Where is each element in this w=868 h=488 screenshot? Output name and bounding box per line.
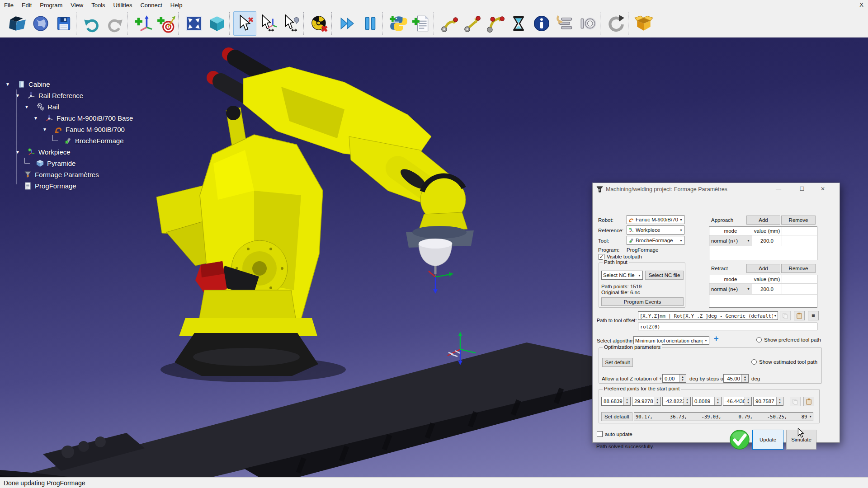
- add-reference-frame-button[interactable]: [131, 11, 154, 36]
- spinner-arrows-icon[interactable]: ▲▼: [741, 375, 748, 382]
- retract-mode-dropdown[interactable]: normal (n+)▼: [709, 284, 752, 295]
- update-button[interactable]: Update: [752, 430, 783, 450]
- retract-remove-button[interactable]: Remove: [781, 264, 816, 273]
- program-events-button[interactable]: Program Events: [601, 297, 684, 306]
- rotation-spinner[interactable]: 0.00 ▲▼: [662, 374, 686, 383]
- open-library-button[interactable]: [29, 11, 52, 36]
- window-close-button[interactable]: X: [859, 1, 863, 8]
- offset-menu-button[interactable]: ≡: [808, 311, 819, 320]
- offset-value-input[interactable]: rotZ(0): [638, 323, 817, 330]
- select-cursor-button[interactable]: [233, 11, 256, 36]
- dialog-title-bar[interactable]: Machining/welding project: Formage Param…: [593, 183, 840, 196]
- tree-item-rail-reference[interactable]: ▼ Rail Reference: [0, 90, 133, 101]
- open-file-button[interactable]: [6, 11, 29, 36]
- offset-copy-button[interactable]: [780, 311, 791, 320]
- approach-mode-dropdown[interactable]: normal (n+)▼: [709, 235, 752, 246]
- run-program-loop-button[interactable]: [604, 11, 627, 36]
- show-message-instruction-button[interactable]: [530, 11, 553, 36]
- menu-view[interactable]: View: [66, 0, 87, 10]
- menu-help[interactable]: Help: [166, 0, 187, 10]
- spinner-arrows-icon[interactable]: ▲▼: [714, 397, 721, 405]
- show-estimated-radio[interactable]: Show estimated tool path: [751, 359, 817, 365]
- spinner-arrows-icon[interactable]: ▲▼: [684, 397, 690, 405]
- menu-tools[interactable]: Tools: [87, 0, 109, 10]
- tool-dropdown[interactable]: BrocheFormage▼: [627, 236, 684, 245]
- retract-table[interactable]: mode value (mm) normal (n+)▼ 200.0: [709, 275, 817, 308]
- move-joint-instruction-button[interactable]: [438, 11, 461, 36]
- add-python-program-button[interactable]: [387, 11, 410, 36]
- save-button[interactable]: [52, 11, 75, 36]
- current-joints-dropdown[interactable]: 90.17, 36.73, -39.03, 0.79, -50.25, 89▼: [634, 412, 813, 421]
- check-collisions-button[interactable]: [307, 11, 330, 36]
- joints-copy-button[interactable]: [790, 397, 801, 406]
- menu-file[interactable]: File: [0, 0, 18, 10]
- algorithm-dropdown[interactable]: Minimum tool orientation change▼: [633, 336, 709, 345]
- expand-arrow-icon[interactable]: ▼: [42, 127, 54, 132]
- dialog-close-button[interactable]: ✕: [816, 183, 830, 195]
- spinner-arrows-icon[interactable]: ▲▼: [654, 397, 660, 405]
- menu-program[interactable]: Program: [36, 0, 66, 10]
- add-program-button[interactable]: [410, 11, 433, 36]
- isometric-view-button[interactable]: [205, 11, 228, 36]
- menu-utilities[interactable]: Utilities: [109, 0, 137, 10]
- tree-item-fanuc-robot[interactable]: ▼ Fanuc M-900iB/700: [0, 124, 133, 135]
- expand-arrow-icon[interactable]: ▼: [24, 104, 36, 109]
- spinner-arrows-icon[interactable]: ▲▼: [745, 397, 751, 405]
- spinner-arrows-icon[interactable]: ▲▼: [679, 375, 686, 382]
- program-call-instruction-button[interactable]: [553, 11, 576, 36]
- move-circular-instruction-button[interactable]: [484, 11, 507, 36]
- undo-button[interactable]: [80, 11, 103, 36]
- dialog-maximize-button[interactable]: ☐: [795, 183, 809, 195]
- tree-item-brocheformage[interactable]: BrocheFormage: [0, 135, 133, 146]
- tree-item-workpiece[interactable]: ▼ Workpiece: [0, 146, 133, 158]
- move-linear-instruction-button[interactable]: [461, 11, 484, 36]
- joint-3-spinner[interactable]: -42.8222▲▼: [662, 397, 691, 406]
- joint-1-spinner[interactable]: 88.6839▲▼: [601, 397, 631, 406]
- steps-spinner[interactable]: 45.00 ▲▼: [723, 374, 749, 383]
- tree-item-progformage[interactable]: ProgFormage: [0, 180, 133, 192]
- move-tool-cursor-button[interactable]: [279, 11, 302, 36]
- joint-6-spinner[interactable]: 90.7587▲▼: [753, 397, 783, 406]
- spinner-arrows-icon[interactable]: ▲▼: [776, 397, 783, 405]
- dialog-minimize-button[interactable]: —: [772, 183, 785, 195]
- approach-table[interactable]: mode value (mm) normal (n+)▼ 200.0: [709, 226, 817, 260]
- expand-arrow-icon[interactable]: ▼: [33, 116, 45, 121]
- spinner-arrows-icon[interactable]: ▲▼: [623, 397, 630, 405]
- select-nc-file-button[interactable]: Select NC file: [645, 271, 684, 280]
- menu-edit[interactable]: Edit: [18, 0, 36, 10]
- add-target-button[interactable]: [154, 11, 177, 36]
- retract-value-cell[interactable]: 200.0: [752, 284, 782, 295]
- fast-simulation-button[interactable]: [335, 11, 359, 36]
- tree-item-pyramide[interactable]: Pyramide: [0, 158, 133, 169]
- tree-item-fanuc-base[interactable]: ▼ Fanuc M-900iB/700 Base: [0, 113, 133, 124]
- pause-simulation-button[interactable]: [359, 11, 382, 36]
- joint-2-spinner[interactable]: 29.9278▲▼: [632, 397, 661, 406]
- joint-5-spinner[interactable]: -46.4430▲▼: [723, 397, 752, 406]
- expand-arrow-icon[interactable]: ▼: [5, 82, 17, 87]
- optimization-set-default-button[interactable]: Set default: [602, 358, 633, 367]
- tree-item-formage-parametres[interactable]: Formage Paramètres: [0, 169, 133, 180]
- add-algorithm-button[interactable]: +: [714, 334, 719, 343]
- robot-dropdown[interactable]: Fanuc M-900iB/700▼: [627, 215, 684, 224]
- offset-preset-dropdown[interactable]: [X,Y,Z]mm | Rot[X,Y ,Z ]deg - Generic (d…: [638, 311, 778, 320]
- approach-add-button[interactable]: Add: [746, 216, 780, 225]
- menu-connect[interactable]: Connect: [136, 0, 166, 10]
- joints-set-default-button[interactable]: Set default: [601, 412, 632, 421]
- auto-update-checkbox[interactable]: [597, 431, 603, 437]
- retract-add-button[interactable]: Add: [746, 264, 780, 273]
- move-reference-cursor-button[interactable]: [256, 11, 279, 36]
- tree-item-rail[interactable]: ▼ Rail: [0, 101, 133, 113]
- show-preferred-radio[interactable]: Show preferred tool path: [756, 337, 821, 343]
- tree-item-cabine[interactable]: ▼ Cabine: [0, 79, 133, 90]
- nc-file-dropdown[interactable]: Select NC file▼: [601, 271, 643, 280]
- fit-to-screen-button[interactable]: [182, 11, 205, 36]
- offset-paste-button[interactable]: [794, 311, 805, 320]
- approach-value-cell[interactable]: 200.0: [752, 235, 782, 246]
- joint-4-spinner[interactable]: 0.8089▲▼: [692, 397, 722, 406]
- reference-dropdown[interactable]: Workpiece▼: [627, 225, 684, 235]
- pause-instruction-button[interactable]: [507, 11, 530, 36]
- approach-remove-button[interactable]: Remove: [781, 216, 816, 225]
- joints-paste-button[interactable]: [803, 397, 814, 406]
- package-project-button[interactable]: [632, 11, 655, 36]
- redo-button[interactable]: [103, 11, 126, 36]
